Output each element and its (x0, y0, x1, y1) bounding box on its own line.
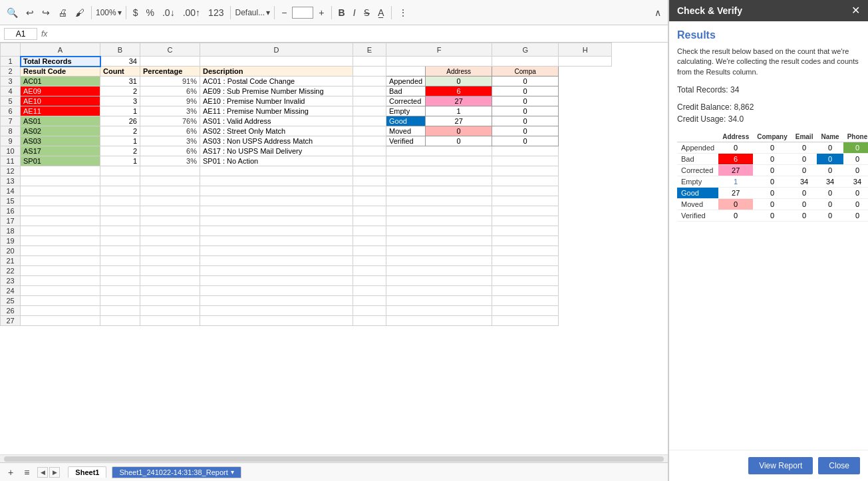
cell-g4[interactable]: 6 (426, 86, 492, 96)
cell-d3[interactable]: AC01 : Postal Code Change (200, 77, 353, 86)
cell-h10[interactable] (492, 146, 559, 156)
cell-e8[interactable] (353, 126, 386, 136)
cell-c1[interactable] (140, 57, 200, 67)
cell-b9[interactable]: 1 (100, 136, 140, 146)
cell-f9[interactable]: Verified (386, 136, 426, 146)
row-header-5[interactable]: 5 (1, 96, 21, 106)
cell-g8[interactable]: 0 (426, 126, 492, 136)
cell-a10[interactable]: AS17 (21, 146, 100, 156)
cell-e9[interactable] (353, 136, 386, 146)
font-family-control[interactable]: Defaul... ▾ (235, 8, 270, 17)
cell-d2[interactable]: Description (200, 67, 353, 77)
cell-b6[interactable]: 1 (100, 106, 140, 116)
col-header-d[interactable]: D (200, 43, 353, 57)
tab-nav-right[interactable]: ▶ (49, 467, 60, 478)
cell-f8[interactable]: Moved (386, 126, 426, 136)
cell-f6[interactable]: Empty (386, 106, 426, 116)
currency-btn[interactable]: $ (130, 6, 141, 19)
cell-e3[interactable] (353, 77, 386, 86)
cell-reference-input[interactable]: A1 (4, 28, 37, 40)
cell-e6[interactable] (353, 106, 386, 116)
cell-h8[interactable]: 0 (492, 126, 559, 136)
tab-nav-left[interactable]: ◀ (37, 467, 48, 478)
undo-btn[interactable]: ↩ (23, 6, 37, 19)
row-header-2[interactable]: 2 (1, 67, 21, 77)
row-header-11[interactable]: 11 (1, 156, 21, 166)
decimal-decrease-btn[interactable]: .0↓ (160, 6, 178, 19)
cell-g5[interactable]: 27 (426, 96, 492, 106)
row-header-9[interactable]: 9 (1, 136, 21, 146)
cell-g9[interactable]: 0 (426, 136, 492, 146)
cell-g7[interactable]: 27 (426, 116, 492, 126)
font-size-input[interactable]: 10 (292, 7, 313, 19)
cell-e1[interactable] (353, 57, 386, 67)
zoom-control[interactable]: 100% ▾ (96, 8, 122, 17)
panel-close-btn[interactable]: ✕ (851, 5, 860, 16)
cell-e10[interactable] (353, 146, 386, 156)
font-size-decrease-btn[interactable]: − (279, 6, 289, 19)
cell-e4[interactable] (353, 86, 386, 96)
cell-c3[interactable]: 91% (140, 77, 200, 86)
col-header-f[interactable]: F (386, 43, 492, 57)
cell-d10[interactable]: AS17 : No USPS Mail Delivery (200, 146, 353, 156)
grid-container[interactable]: A B C D E F G H 1 Total Records 34 (0, 43, 668, 454)
col-header-c[interactable]: C (140, 43, 200, 57)
sheets-menu-btn[interactable]: ≡ (21, 466, 32, 479)
search-btn[interactable]: 🔍 (4, 6, 21, 19)
font-size-increase-btn[interactable]: + (316, 6, 327, 19)
cell-d4[interactable]: AE09 : Sub Premise Number Missing (200, 86, 353, 96)
cell-h7[interactable]: 0 (492, 116, 559, 126)
close-panel-button[interactable]: Close (818, 457, 860, 474)
cell-f5[interactable]: Corrected (386, 96, 426, 106)
cell-b8[interactable]: 2 (100, 126, 140, 136)
cell-g3[interactable]: 0 (426, 77, 492, 86)
percent-btn[interactable]: % (144, 6, 157, 19)
row-header-6[interactable]: 6 (1, 106, 21, 116)
cell-e7[interactable] (353, 116, 386, 126)
horizontal-scrollbar[interactable] (0, 454, 668, 462)
cell-c4[interactable]: 6% (140, 86, 200, 96)
cell-g1[interactable] (492, 57, 559, 67)
cell-b10[interactable]: 2 (100, 146, 140, 156)
decimal-increase-btn[interactable]: .00↑ (180, 6, 203, 19)
col-header-h[interactable]: H (559, 43, 612, 57)
row-header-8[interactable]: 8 (1, 126, 21, 136)
cell-d7[interactable]: AS01 : Valid Address (200, 116, 353, 126)
cell-h9[interactable]: 0 (492, 136, 559, 146)
cell-h4[interactable]: 0 (492, 86, 559, 96)
cell-h2[interactable]: Compa (492, 67, 559, 77)
cell-d8[interactable]: AS02 : Street Only Match (200, 126, 353, 136)
cell-f2[interactable] (386, 67, 426, 77)
cell-c9[interactable]: 3% (140, 136, 200, 146)
cell-a11[interactable]: SP01 (21, 156, 100, 166)
text-color-btn[interactable]: A̲ (375, 6, 387, 19)
italic-btn[interactable]: I (351, 6, 359, 19)
cell-c11[interactable]: 3% (140, 156, 200, 166)
cell-f4[interactable]: Bad (386, 86, 426, 96)
cell-e11[interactable] (353, 156, 386, 166)
redo-btn[interactable]: ↪ (39, 6, 53, 19)
cell-f10[interactable] (386, 146, 492, 156)
cell-d11[interactable]: SP01 : No Action (200, 156, 353, 166)
paint-format-btn[interactable]: 🖌 (72, 6, 87, 19)
cell-d1[interactable] (200, 57, 353, 67)
cell-a2[interactable]: Result Code (21, 67, 100, 77)
col-header-b[interactable]: B (100, 43, 140, 57)
cell-h6[interactable]: 0 (492, 106, 559, 116)
cell-a8[interactable]: AS02 (21, 126, 100, 136)
sheet1-tab[interactable]: Sheet1 (68, 466, 106, 478)
cell-b2[interactable]: Count (100, 67, 140, 77)
print-btn[interactable]: 🖨 (55, 6, 70, 19)
collapse-btn[interactable]: ∧ (652, 6, 664, 19)
cell-b1[interactable]: 34 (100, 57, 140, 67)
view-report-button[interactable]: View Report (748, 457, 813, 474)
strikethrough-btn[interactable]: S̶ (361, 6, 372, 19)
cell-a3[interactable]: AC01 (21, 77, 100, 86)
formula-input[interactable]: Total Records (51, 29, 664, 39)
cell-h3[interactable]: 0 (492, 77, 559, 86)
cell-c2[interactable]: Percentage (140, 67, 200, 77)
cell-f3[interactable]: Appended (386, 77, 426, 86)
cell-c7[interactable]: 76% (140, 116, 200, 126)
cell-b7[interactable]: 26 (100, 116, 140, 126)
cell-f1[interactable] (386, 57, 492, 67)
